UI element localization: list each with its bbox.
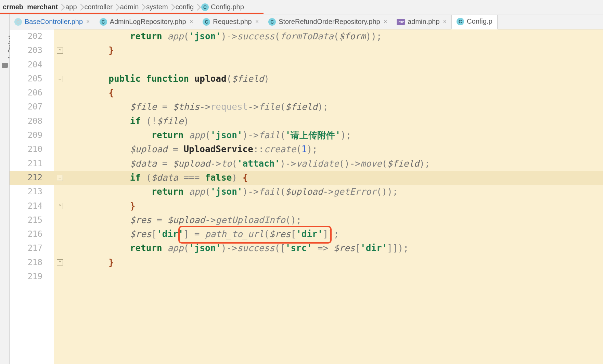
tab-label: admin.php — [408, 18, 439, 26]
code-line[interactable]: 209 return app('json')->fail('请上传附件'); — [10, 128, 603, 142]
line-number: 218 — [10, 256, 42, 270]
breadcrumb-segment[interactable]: crmeb_merchant — [3, 3, 58, 11]
code-line[interactable]: 207 $file = $this->request->file($field)… — [10, 100, 603, 114]
code-line[interactable]: 204 — [10, 58, 603, 72]
tab-label: Config.p — [467, 17, 492, 25]
chevron-right-icon — [77, 4, 84, 11]
line-number: 214 — [10, 199, 42, 213]
code-line[interactable]: 211 $data = $upload->to('attach')->valid… — [10, 157, 603, 171]
editor-tabs: CBaseController.php×CAdminLogRepository.… — [10, 14, 603, 29]
code-line[interactable]: 206 { — [10, 86, 603, 100]
code-text: } — [66, 43, 114, 57]
chevron-right-icon — [58, 4, 65, 11]
class-c-icon: C — [268, 18, 276, 26]
code-line[interactable]: 216 $res['dir'] = path_to_url($res['dir'… — [10, 227, 603, 241]
chevron-right-icon — [168, 4, 175, 11]
close-icon[interactable]: × — [190, 18, 193, 25]
breadcrumb-items: crmeb_merchantappcontrolleradminsystemco… — [3, 3, 244, 11]
breadcrumb-text: crmeb_merchant — [3, 3, 58, 11]
code-text: return app('json')->success(formToData($… — [66, 29, 382, 43]
php-file-icon: PHP — [397, 19, 405, 25]
code-text: $upload = UploadService::create(1); — [66, 142, 318, 156]
chevron-right-icon — [194, 4, 201, 11]
code-text: $res = $upload->getUploadInfo(); — [66, 213, 302, 227]
tab-label: Request.php — [213, 18, 252, 26]
editor-tab[interactable]: PHPadmin.php× — [392, 14, 451, 29]
code-text: } — [66, 256, 114, 270]
tab-label: AdminLogRepository.php — [110, 18, 186, 26]
breadcrumb-text: app — [65, 3, 77, 11]
class-c-icon: C — [203, 18, 210, 26]
close-icon[interactable]: × — [86, 18, 90, 25]
editor-tab[interactable]: CBaseController.php× — [10, 14, 95, 29]
breadcrumb-segment[interactable]: system — [146, 3, 168, 11]
breadcrumb-text: controller — [85, 3, 113, 11]
close-icon[interactable]: × — [255, 18, 259, 25]
tool-window-bar: 1: Project — [0, 14, 10, 364]
code-line[interactable]: 218⌃ } — [10, 256, 603, 270]
code-line[interactable]: 210 $upload = UploadService::create(1); — [10, 142, 603, 156]
fold-collapse-icon[interactable]: − — [57, 175, 63, 181]
line-number: 213 — [10, 185, 42, 199]
line-number: 202 — [10, 29, 42, 43]
code-text: return app('json')->fail($upload->getErr… — [66, 185, 398, 199]
code-line[interactable]: 219 — [10, 270, 603, 284]
breadcrumb-text: Config.php — [211, 3, 244, 11]
code-text: if ($data === false) { — [66, 171, 248, 185]
line-number: 204 — [10, 58, 42, 72]
line-number: 208 — [10, 114, 42, 128]
code-text: if (!$file) — [66, 114, 189, 128]
chevron-right-icon — [113, 4, 120, 11]
breadcrumb-text: config — [176, 3, 194, 11]
code-line[interactable]: 208 if (!$file) — [10, 114, 603, 128]
editor-tab[interactable]: CConfig.p — [451, 15, 498, 29]
editor-tab[interactable]: CRequest.php× — [198, 14, 264, 29]
breadcrumb-segment[interactable]: app — [65, 3, 77, 11]
breadcrumb-segment[interactable]: config — [176, 3, 194, 11]
code-line[interactable]: 202 return app('json')->success(formToDa… — [10, 29, 603, 43]
code-text: $file = $this->request->file($field); — [66, 100, 328, 114]
breadcrumb: crmeb_merchantappcontrolleradminsystemco… — [0, 0, 603, 14]
breadcrumb-segment[interactable]: admin — [120, 3, 139, 11]
line-number: 217 — [10, 241, 42, 255]
fold-end-icon[interactable]: ⌃ — [57, 48, 63, 54]
breadcrumb-highlight — [0, 13, 264, 14]
close-icon[interactable]: × — [443, 18, 447, 25]
breadcrumb-text: admin — [120, 3, 139, 11]
line-number: 216 — [10, 227, 42, 241]
editor-tab[interactable]: CAdminLogRepository.php× — [95, 14, 198, 29]
line-number: 209 — [10, 128, 42, 142]
code-text: $res['dir'] = path_to_url($res['dir']); — [66, 227, 339, 241]
chevron-right-icon — [139, 4, 146, 11]
code-line[interactable]: 212− if ($data === false) { — [10, 171, 603, 185]
fold-collapse-icon[interactable]: − — [57, 76, 63, 82]
code-line[interactable]: 205− public function upload($field) — [10, 72, 603, 86]
line-number: 205 — [10, 72, 42, 86]
line-number: 219 — [10, 270, 42, 284]
line-number: 210 — [10, 142, 42, 156]
fold-end-icon[interactable]: ⌃ — [57, 203, 63, 209]
line-number: 211 — [10, 157, 42, 171]
code-lines: 202 return app('json')->success(formToDa… — [10, 29, 603, 284]
line-number: 215 — [10, 213, 42, 227]
line-number: 206 — [10, 86, 42, 100]
code-text: public function upload($field) — [66, 72, 269, 86]
code-line[interactable]: 215 $res = $upload->getUploadInfo(); — [10, 213, 603, 227]
code-editor[interactable]: 202 return app('json')->success(formToDa… — [10, 29, 603, 364]
code-line[interactable]: 217 return app('json')->success(['src' =… — [10, 241, 603, 255]
code-line[interactable]: 214⌃ } — [10, 199, 603, 213]
breadcrumb-segment[interactable]: controller — [85, 3, 113, 11]
class-c-icon: C — [100, 18, 107, 26]
code-line[interactable]: 213 return app('json')->fail($upload->ge… — [10, 185, 603, 199]
code-text: $data = $upload->to('attach')->validate(… — [66, 157, 430, 171]
close-icon[interactable]: × — [384, 18, 387, 25]
class-c-icon: C — [201, 3, 209, 11]
code-line[interactable]: 203⌃ } — [10, 43, 603, 57]
breadcrumb-segment[interactable]: CConfig.php — [201, 3, 244, 11]
fold-end-icon[interactable]: ⌃ — [57, 259, 63, 265]
tab-label: StoreRefundOrderRepository.php — [279, 18, 380, 26]
breadcrumb-text: system — [146, 3, 168, 11]
line-number: 212 — [10, 171, 42, 185]
editor-tab[interactable]: CStoreRefundOrderRepository.php× — [264, 14, 392, 29]
folder-icon — [2, 63, 8, 68]
